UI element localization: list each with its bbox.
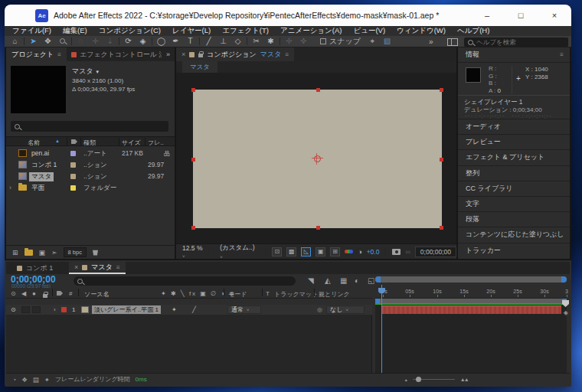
- layer-name[interactable]: 淡いグレー系イ..平面 1: [92, 305, 161, 314]
- panel-menu-icon[interactable]: ≡: [560, 51, 564, 58]
- solo-cell[interactable]: [32, 306, 41, 313]
- layer-row-1[interactable]: ⊙ › 1 淡いグレー系イ..平面 1 ✦ ╱ 通常 ˅ ◎ なし ˅: [6, 305, 372, 315]
- roto-brush-tool-icon[interactable]: ✂: [249, 36, 263, 47]
- tab-comp1[interactable]: コンポ 1: [17, 262, 53, 274]
- zoom-slider-knob[interactable]: [416, 377, 421, 382]
- comp-flowchart-icon[interactable]: ◥: [308, 276, 314, 285]
- selection-handle[interactable]: [191, 88, 195, 92]
- chevron-down-icon[interactable]: ▼: [95, 70, 100, 74]
- track-matte-column[interactable]: トラックマット: [274, 290, 318, 299]
- minimize-button[interactable]: –: [470, 5, 504, 26]
- region-of-interest-icon[interactable]: ▣: [316, 247, 325, 256]
- parent-select[interactable]: なし ˅: [326, 305, 365, 314]
- frame-blend-icon[interactable]: ▦: [340, 276, 347, 285]
- t-column[interactable]: T: [266, 290, 270, 297]
- pen-tool-icon[interactable]: ✒: [168, 36, 183, 47]
- tab-effect-controls[interactable]: エフェクトコントロール 淡いグレ: [67, 50, 162, 60]
- draft-3d-icon[interactable]: ◭: [325, 276, 331, 285]
- eye-column-icon[interactable]: ⊙: [11, 290, 16, 297]
- rotation-tool-icon[interactable]: ⟳: [121, 36, 136, 47]
- type-tool-icon[interactable]: T: [183, 36, 198, 47]
- new-folder-icon[interactable]: [25, 250, 33, 256]
- layer-fx-icon[interactable]: ╱: [192, 306, 196, 313]
- menu-help[interactable]: ヘルプ(H): [457, 26, 489, 36]
- menu-layer[interactable]: レイヤー(L): [172, 26, 211, 36]
- source-name-column[interactable]: ソース名: [84, 290, 109, 299]
- composition-viewport[interactable]: [176, 73, 456, 243]
- comp-mini-button[interactable]: ◈: [564, 309, 568, 316]
- new-composition-icon[interactable]: ▣: [39, 249, 46, 256]
- trash-icon[interactable]: [93, 250, 98, 256]
- selection-handle[interactable]: [191, 226, 195, 230]
- panel-content-aware-fill[interactable]: コンテンツに応じた塗りつぶし: [458, 227, 570, 243]
- menu-effect[interactable]: エフェクト(T): [222, 26, 269, 36]
- snapshot-camera-icon[interactable]: [392, 249, 401, 255]
- panel-align[interactable]: 整列: [458, 166, 570, 181]
- composition-canvas[interactable]: [193, 90, 442, 228]
- column-divider[interactable]: [262, 289, 263, 296]
- menu-file[interactable]: ファイル(F): [12, 26, 51, 36]
- tab-close-icon[interactable]: ×: [181, 51, 185, 58]
- column-name[interactable]: 名前: [28, 139, 40, 147]
- column-type[interactable]: 種類: [83, 139, 96, 147]
- project-row-master-selected[interactable]: マスタ ..ション 29.97: [6, 171, 175, 182]
- zoom-out-mountain-icon[interactable]: ▴: [405, 377, 407, 382]
- column-size[interactable]: サイズ: [122, 139, 141, 147]
- label-color-chip[interactable]: [70, 151, 76, 156]
- audio-cell[interactable]: [21, 306, 30, 313]
- guide-options-icon[interactable]: ⊞: [330, 247, 340, 256]
- empty-layer-area[interactable]: [6, 315, 372, 373]
- panel-effects-presets[interactable]: エフェクト & プリセット: [458, 150, 570, 165]
- menu-view[interactable]: ビュー(V): [353, 26, 385, 36]
- exposure-value[interactable]: +0.0: [367, 248, 380, 256]
- menu-composition[interactable]: コンポジション(C): [99, 26, 161, 36]
- project-row-comp1[interactable]: コンポ 1 ..ション 29.97: [6, 159, 175, 171]
- hand-tool-icon[interactable]: ✥: [41, 36, 55, 47]
- column-divider[interactable]: [67, 138, 67, 145]
- layers-toggle-icon[interactable]: ▤: [33, 376, 39, 384]
- layer-eye-icon[interactable]: ⊙: [11, 306, 16, 313]
- maximize-button[interactable]: □: [504, 5, 538, 26]
- column-divider[interactable]: [314, 289, 315, 296]
- column-divider[interactable]: [52, 289, 53, 296]
- playhead-line[interactable]: [381, 285, 382, 373]
- layer-quality-icon[interactable]: ✦: [172, 306, 177, 313]
- lock-column-icon[interactable]: [43, 294, 47, 298]
- selection-handle[interactable]: [440, 158, 443, 162]
- label-column-icon[interactable]: [57, 291, 63, 296]
- help-search-input[interactable]: [476, 38, 561, 46]
- audio-column-icon[interactable]: ◀: [21, 290, 26, 297]
- selection-handle[interactable]: [191, 158, 195, 162]
- panel-character[interactable]: 文字: [458, 197, 570, 212]
- layer-duration-bar[interactable]: [381, 305, 561, 314]
- tab-master-active[interactable]: × マスタ ≡: [69, 262, 126, 274]
- workspace-icon[interactable]: [447, 38, 458, 46]
- label-color-chip[interactable]: [70, 185, 76, 191]
- menu-edit[interactable]: 編集(E): [63, 26, 87, 36]
- label-column-icon[interactable]: [71, 139, 77, 144]
- zoom-tool-icon[interactable]: [55, 36, 70, 47]
- eraser-tool-icon[interactable]: ◇: [231, 36, 245, 47]
- timeline-zoom-slider[interactable]: [413, 379, 455, 380]
- panel-cc-libraries[interactable]: CC ライブラリ: [458, 181, 570, 197]
- zoom-in-mountain-icon[interactable]: ▲▲: [460, 377, 468, 382]
- snap-checkbox[interactable]: [320, 38, 326, 44]
- solo-column-icon[interactable]: ●: [32, 290, 36, 297]
- column-divider[interactable]: [80, 138, 81, 145]
- help-search[interactable]: [464, 38, 568, 47]
- blend-mode-select[interactable]: 通常 ˅: [227, 305, 261, 314]
- pickwhip-icon[interactable]: ◎: [317, 306, 322, 313]
- brush-tool-icon[interactable]: ╱: [201, 36, 216, 47]
- label-color-chip[interactable]: [70, 174, 76, 179]
- panel-menu-icon[interactable]: ≡: [116, 264, 120, 271]
- clone-stamp-tool-icon[interactable]: ⊥: [216, 36, 231, 47]
- home-icon[interactable]: ⌂: [8, 36, 22, 47]
- panel-preview[interactable]: プレビュー: [458, 135, 570, 150]
- graph-editor-icon[interactable]: ◱: [368, 276, 374, 285]
- navigator-start-handle[interactable]: [375, 276, 381, 283]
- selection-handle[interactable]: [316, 226, 320, 230]
- time-navigator[interactable]: [375, 276, 567, 283]
- lock-icon[interactable]: [198, 54, 203, 57]
- selection-handle[interactable]: [440, 88, 443, 92]
- timeline-search-input[interactable]: [86, 277, 277, 285]
